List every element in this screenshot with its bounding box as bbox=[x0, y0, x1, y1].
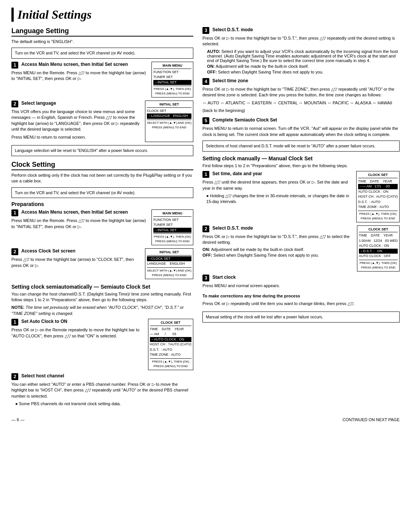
dst-semi-body: Press OK or ▷ to move the highlight bar … bbox=[202, 35, 400, 47]
menu-footer: SELECT WITH (▲,▼) AND (OK)PRESS (MENU) T… bbox=[147, 120, 191, 130]
step-number-2: 2 bbox=[11, 248, 18, 255]
prep-step1-text: 1 Access Main Menu screen, then Initial … bbox=[11, 209, 148, 245]
step-number-1: 1 bbox=[11, 319, 18, 326]
page-footer: — 6 — CONTINUED ON NEXT PAGE bbox=[11, 417, 400, 422]
auto-text: Select if you want to adjust your VCR's … bbox=[207, 49, 398, 63]
menu-item: HOST CH : AUTO (CATV) bbox=[358, 194, 398, 200]
manual-section: Setting clock manually — Manual Clock Se… bbox=[202, 155, 400, 323]
manual-step3-heading: Start clock bbox=[212, 275, 236, 280]
correction-body: Press OK or ▷ repeatedly until the item … bbox=[202, 301, 400, 307]
complete-semi-body: Press MENU to return to normal screen. T… bbox=[202, 126, 400, 137]
step-number-2: 2 bbox=[11, 101, 18, 107]
prep-step2-header: 2 Access Clock Set screen bbox=[11, 248, 142, 255]
dst-semi-section: 3 Select D.S.T. mode Press OK or ▷ to mo… bbox=[202, 27, 400, 74]
semiauto-intro: You can change the host channel/D.S.T. (… bbox=[11, 291, 193, 303]
prep-step1-body: Press MENU on the Remote. Press △▽ to mo… bbox=[11, 218, 148, 230]
manual-step1-header: 1 Set time, date and year bbox=[202, 171, 353, 178]
menu-footer: PRESS (▲,▼), THEN (OK)PRESS (MENU) TO EN… bbox=[150, 358, 192, 369]
time-zone-body: Press OK or ▷ to move the highlight bar … bbox=[202, 86, 400, 98]
menu-item: TIME DATE YEAR bbox=[358, 179, 398, 184]
language-step1: 1 Access Main Menu screen, then Initial … bbox=[11, 62, 193, 97]
language-step2-body1: This VCR offers you the language choice … bbox=[11, 109, 142, 133]
manual-step3-body: Press MENU and normal screen appears. bbox=[202, 283, 400, 289]
correction-section: To make corrections any time during the … bbox=[202, 293, 400, 307]
manual-heading: Setting clock manually — Manual Clock Se… bbox=[202, 155, 400, 161]
menu-item: HOST CH : ?AUTO (CATV) bbox=[150, 342, 192, 347]
menu-title: INITIAL SET bbox=[147, 102, 191, 108]
off-text: Select when Daylight Saving Time does no… bbox=[213, 253, 319, 257]
complete-semi-header: 5 Complete Semiauto Clock Set bbox=[202, 117, 400, 124]
on-label: ON: bbox=[202, 247, 210, 252]
prep-step1-menu: MAIN MENU FUNCTION SET TUNER SET →INITIA… bbox=[151, 209, 193, 245]
menu-item: FUNCTION SET bbox=[153, 217, 191, 223]
semiauto-step1-body: Press OK or ▷ on the Remote repeatedly t… bbox=[11, 327, 145, 339]
complete-semi-note: Selections of host channel and D.S.T. mo… bbox=[202, 141, 400, 152]
manual-step2-body: Press OK or ▷ to move the highlight bar … bbox=[202, 234, 354, 246]
step-number-3: 3 bbox=[202, 27, 209, 34]
menu-item: D.S.T. : AUTO bbox=[358, 200, 398, 205]
prep-step1-heading: Access Main Menu screen, then Initial Se… bbox=[21, 209, 128, 215]
semiauto-step1-header: 1 Set Auto Clock to ON bbox=[11, 319, 145, 326]
clock-heading: Clock Setting bbox=[11, 161, 193, 170]
off-label: OFF: bbox=[202, 253, 212, 257]
dst-on-line: ON: Adjustment will be made by the built… bbox=[207, 64, 400, 69]
manual-step1-body: Press △▽ until the desired time appears,… bbox=[202, 179, 353, 191]
menu-item: TIME DATE YEAR bbox=[150, 327, 192, 332]
menu-item: TIME ZONE : AUTO bbox=[150, 352, 192, 358]
menu-item: TIME ZONE : AUTO bbox=[358, 204, 398, 210]
time-zone-heading: Select time zone bbox=[212, 78, 248, 83]
menu-title: CLOCK SET bbox=[150, 320, 192, 326]
clock-intro: Perform clock setting only if the clock … bbox=[11, 173, 193, 184]
prep-step2-heading: Access Clock Set screen bbox=[21, 248, 75, 254]
menu-item: TUNER SET bbox=[153, 75, 191, 80]
menu-item: TIME DATE YEAR bbox=[359, 233, 398, 238]
auto-label: AUTO: bbox=[207, 49, 220, 54]
off-label: OFF: bbox=[207, 70, 217, 74]
language-intro: The default setting is "ENGLISH". bbox=[11, 39, 193, 45]
language-step1-text: 1 Access Main Menu screen, then Initial … bbox=[11, 62, 148, 97]
time-zone-section: 4 Select time zone Press OK or ▷ to move… bbox=[202, 78, 400, 114]
menu-footer: PRESS (▲,▼), THEN (OK)PRESS (MENU) TO EN… bbox=[359, 260, 398, 270]
time-zone-step-header: 4 Select time zone bbox=[202, 78, 400, 85]
menu-footer: PRESS (▲,▼), THEN (OK)PRESS (MENU) TO EN… bbox=[153, 86, 191, 96]
manual-step2-text: 2 Select D.S.T. mode Press OK or ▷ to mo… bbox=[202, 225, 354, 272]
manual-step2-heading: Select D.S.T. mode bbox=[212, 225, 253, 231]
semiauto-step2-body1: You can either select "AUTO" or enter a … bbox=[11, 382, 193, 399]
language-warning-box: Language selection will be reset to "ENG… bbox=[11, 145, 193, 156]
step-number-1: 1 bbox=[202, 171, 209, 178]
dst-semi-step-header: 3 Select D.S.T. mode bbox=[202, 27, 400, 34]
prep-step2-body: Press △▽ to move the highlight bar (arro… bbox=[11, 257, 142, 268]
preparations-label: Preparations bbox=[11, 201, 193, 207]
manual-step3: 3 Start clock Press MENU and normal scre… bbox=[202, 275, 400, 289]
menu-item-highlight: →D.S.T. : ON bbox=[359, 249, 398, 254]
step-number-1: 1 bbox=[11, 209, 18, 216]
language-step1-header: 1 Access Main Menu screen, then Initial … bbox=[11, 62, 148, 69]
semiauto-step1: 1 Set Auto Clock to ON Press OK or ▷ on … bbox=[11, 319, 193, 370]
correction-heading: To make corrections any time during the … bbox=[202, 294, 300, 298]
language-step2-body2: Press MENU to return to normal screen. bbox=[11, 134, 142, 140]
semiauto-step2-bullet: Some PBS channels do not transmit clock … bbox=[15, 401, 193, 407]
prep-step1: 1 Access Main Menu screen, then Initial … bbox=[11, 209, 193, 245]
dst-semi-heading: Select D.S.T. mode bbox=[212, 27, 253, 32]
time-zone-sequence: ↔ AUTO ↔ ATLANTIC ↔ EASTERN ↔ CENTRAL ↔ … bbox=[202, 100, 400, 106]
manual-step1-heading: Set time, date and year bbox=[212, 171, 262, 176]
note-text: The time set previously will be erased w… bbox=[11, 305, 184, 315]
menu-item-highlight: →LANGUAGE ENGLISH bbox=[147, 113, 191, 119]
manual-step1-text: 1 Set time, date and year Press △▽ until… bbox=[202, 171, 353, 222]
semiauto-step2-heading: Select host channel bbox=[21, 373, 64, 379]
menu-item-highlight: →— AM 17/1 03 bbox=[358, 184, 398, 189]
step-number-5: 5 bbox=[202, 117, 209, 124]
semiauto-section: Setting clock semiautomatically — Semiau… bbox=[11, 284, 193, 407]
step-number-3: 3 bbox=[202, 275, 209, 281]
page-title: Initial Settings bbox=[11, 8, 400, 22]
step-number-2: 2 bbox=[202, 225, 209, 232]
menu-item: AUTO CLOCK : ON bbox=[358, 189, 398, 195]
manual-step2-on: ON: Adjustment will be made by the built… bbox=[202, 247, 354, 252]
language-step2-text: 2 Select language This VCR offers you th… bbox=[11, 101, 142, 142]
semiauto-step2: 2 Select host channel You can either sel… bbox=[11, 373, 193, 407]
on-text: Adjustment will be made by the built-in … bbox=[216, 64, 309, 69]
page-number: — 6 — bbox=[11, 417, 24, 422]
time-zone-back: (back to the beginning) bbox=[202, 108, 400, 113]
menu-item-highlight: →INITIAL SET bbox=[153, 228, 191, 233]
language-step2-heading: Select language bbox=[21, 101, 56, 106]
